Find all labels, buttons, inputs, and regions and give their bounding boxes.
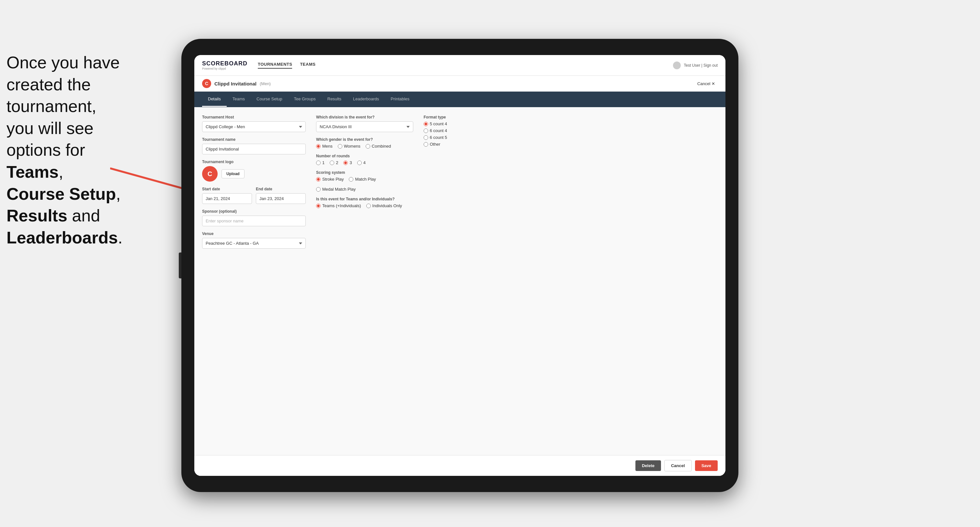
scoring-label: Scoring system	[316, 170, 413, 175]
tournament-host-label: Tournament Host	[202, 115, 306, 119]
format-5count4[interactable]: 5 count 4	[423, 121, 508, 126]
format-6count4[interactable]: 6 count 4	[423, 128, 508, 133]
tab-results[interactable]: Results	[321, 92, 347, 107]
teams-individuals-label: Is this event for Teams and/or Individua…	[316, 197, 413, 202]
top-nav: SCOREBOARD Powered by clippd TOURNAMENTS…	[194, 55, 725, 76]
nav-links: TOURNAMENTS TEAMS	[258, 62, 673, 68]
tab-leaderboards[interactable]: Leaderboards	[347, 92, 385, 107]
rounds-group: Number of rounds 1 2 3	[316, 154, 413, 165]
venue-group: Venue Peachtree GC - Atlanta - GA	[202, 232, 306, 249]
logo-sub: Powered by clippd	[202, 67, 226, 70]
form-area: Tournament Host Clippd College - Men Tou…	[194, 107, 725, 455]
tournament-logo-group: Tournament logo C Upload	[202, 160, 306, 182]
tournament-name-input[interactable]	[202, 144, 306, 154]
logo-circle: C	[202, 166, 218, 182]
cancel-button[interactable]: Cancel	[664, 460, 692, 471]
upload-button[interactable]: Upload	[221, 169, 245, 178]
format-6count5[interactable]: 6 count 5	[423, 135, 508, 140]
gender-label: Which gender is the event for?	[316, 137, 413, 142]
tournament-name-group: Tournament name	[202, 137, 306, 154]
gender-womens[interactable]: Womens	[338, 144, 360, 149]
save-button[interactable]: Save	[695, 460, 718, 471]
form-col-left: Tournament Host Clippd College - Men Tou…	[202, 115, 306, 448]
tab-teams[interactable]: Teams	[227, 92, 251, 107]
division-label: Which division is the event for?	[316, 115, 413, 119]
instruction-line5: options for	[6, 140, 85, 159]
individuals-only[interactable]: Individuals Only	[366, 203, 402, 208]
breadcrumb-subtitle: (Men)	[260, 81, 271, 86]
venue-label: Venue	[202, 232, 306, 236]
tournament-logo-label: Tournament logo	[202, 160, 306, 164]
instruction-course-setup: Course Setup	[6, 184, 116, 203]
instruction-leaderboards: Leaderboards	[6, 228, 118, 247]
breadcrumb-bar: C Clippd Invitational (Men) Cancel ✕	[194, 76, 725, 92]
rounds-label: Number of rounds	[316, 154, 413, 158]
rounds-options: 1 2 3 4	[316, 160, 413, 165]
form-col-right: Format type 5 count 4 6 count 4 6 count …	[423, 115, 508, 448]
instruction-line3: tournament,	[6, 97, 97, 116]
sponsor-input[interactable]	[202, 216, 306, 226]
scoring-medal-match[interactable]: Medal Match Play	[316, 187, 356, 192]
teams-plus-individuals[interactable]: Teams (+Individuals)	[316, 203, 361, 208]
tournament-host-select[interactable]: Clippd College - Men	[202, 121, 306, 132]
logo-area: SCOREBOARD Powered by clippd	[202, 60, 247, 70]
format-other[interactable]: Other	[423, 142, 508, 147]
instruction-line1: Once you have	[6, 53, 120, 72]
rounds-1[interactable]: 1	[316, 160, 325, 165]
instruction-text: Once you have created the tournament, yo…	[0, 52, 143, 249]
cancel-small-button[interactable]: Cancel ✕	[695, 80, 718, 87]
user-avatar	[673, 62, 681, 69]
rounds-3[interactable]: 3	[343, 160, 352, 165]
instruction-line4: you will see	[6, 119, 94, 138]
scoring-match[interactable]: Match Play	[349, 177, 375, 182]
sponsor-group: Sponsor (optional)	[202, 209, 306, 226]
user-text[interactable]: Test User | Sign out	[684, 63, 718, 68]
breadcrumb-title: Clippd Invitational	[215, 81, 256, 86]
tab-printables[interactable]: Printables	[385, 92, 415, 107]
tablet-handle	[179, 252, 181, 278]
tab-tee-groups[interactable]: Tee Groups	[288, 92, 321, 107]
tablet-device: SCOREBOARD Powered by clippd TOURNAMENTS…	[181, 39, 738, 492]
tab-bar: Details Teams Course Setup Tee Groups Re…	[194, 92, 725, 107]
breadcrumb-left: C Clippd Invitational (Men)	[202, 79, 271, 88]
instruction-line2: created the	[6, 75, 91, 94]
tab-details[interactable]: Details	[202, 92, 227, 107]
breadcrumb-icon: C	[202, 79, 211, 88]
rounds-4[interactable]: 4	[357, 160, 366, 165]
start-date-label: Start date	[202, 187, 252, 191]
start-date-group: Start date	[202, 187, 252, 204]
instruction-teams: Teams	[6, 162, 59, 181]
main-content: Tournament Host Clippd College - Men Tou…	[194, 107, 725, 476]
rounds-2[interactable]: 2	[330, 160, 338, 165]
tablet-screen: SCOREBOARD Powered by clippd TOURNAMENTS…	[194, 55, 725, 476]
delete-button[interactable]: Delete	[635, 460, 661, 471]
tournament-host-group: Tournament Host Clippd College - Men	[202, 115, 306, 132]
teams-options: Teams (+Individuals) Individuals Only	[316, 203, 413, 208]
gender-options: Mens Womens Combined	[316, 144, 413, 149]
format-label: Format type	[423, 115, 508, 119]
teams-individuals-group: Is this event for Teams and/or Individua…	[316, 197, 413, 208]
logo-upload-row: C Upload	[202, 166, 306, 182]
gender-combined[interactable]: Combined	[366, 144, 391, 149]
tournament-name-label: Tournament name	[202, 137, 306, 142]
start-date-input[interactable]	[202, 193, 252, 204]
gender-mens[interactable]: Mens	[316, 144, 332, 149]
nav-teams[interactable]: TEAMS	[300, 62, 315, 68]
format-group: Format type 5 count 4 6 count 4 6 count …	[423, 115, 508, 147]
scoring-group: Scoring system Stroke Play Match Play Me…	[316, 170, 413, 192]
sponsor-label: Sponsor (optional)	[202, 209, 306, 214]
nav-tournaments[interactable]: TOURNAMENTS	[258, 62, 292, 68]
tab-course-setup[interactable]: Course Setup	[251, 92, 288, 107]
form-footer: Delete Cancel Save	[194, 455, 725, 476]
gender-group: Which gender is the event for? Mens Wome…	[316, 137, 413, 149]
instruction-results: Results	[6, 206, 67, 225]
division-select[interactable]: NCAA Division III	[316, 121, 413, 132]
end-date-label: End date	[256, 187, 306, 191]
scoring-stroke[interactable]: Stroke Play	[316, 177, 344, 182]
user-area: Test User | Sign out	[673, 62, 718, 69]
end-date-input[interactable]	[256, 193, 306, 204]
venue-select[interactable]: Peachtree GC - Atlanta - GA	[202, 238, 306, 249]
date-row: Start date End date	[202, 187, 306, 204]
logo-text: SCOREBOARD	[202, 60, 247, 67]
form-col-middle: Which division is the event for? NCAA Di…	[316, 115, 413, 448]
